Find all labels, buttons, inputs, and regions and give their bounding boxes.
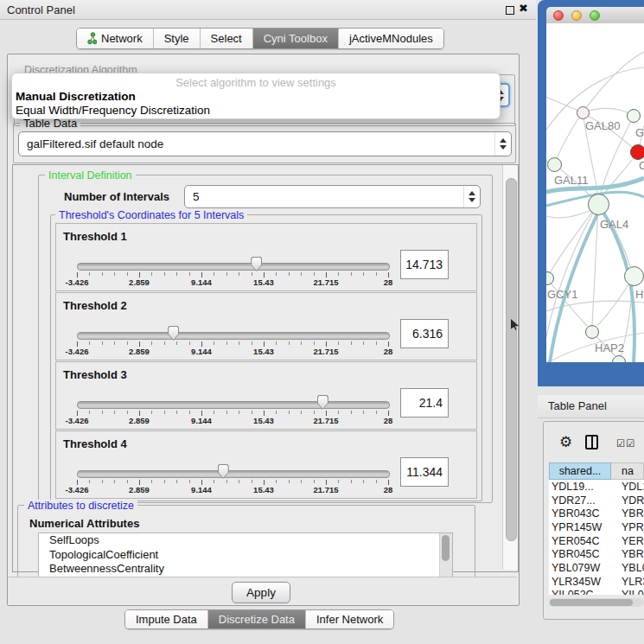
table-panel-titlebar: Table Panel: [538, 395, 644, 418]
slider-track[interactable]: [77, 401, 390, 409]
zoom-traffic-light-icon[interactable]: [590, 10, 600, 21]
settings-scrollbar[interactable]: [502, 165, 518, 570]
cell-shared-name[interactable]: YDR27...: [549, 494, 611, 507]
node-attribute-table[interactable]: shared... na YDL19...YDL1YDR27...YDR2YBR…: [549, 462, 644, 595]
slider-track[interactable]: [77, 470, 390, 478]
tab-impute-data[interactable]: Impute Data: [125, 610, 207, 628]
close-traffic-light-icon[interactable]: [553, 10, 564, 21]
scale-label: 2.859: [129, 347, 150, 356]
tick-mark: [276, 341, 277, 345]
close-icon[interactable]: ✖: [519, 2, 528, 15]
scrollbar-thumb[interactable]: [506, 178, 517, 541]
table-row[interactable]: YBR043CYBR0: [549, 507, 644, 520]
cell-name[interactable]: YDL1: [611, 481, 644, 493]
table-row[interactable]: YPR145WYPR1: [549, 520, 644, 534]
scrollbar-thumb[interactable]: [442, 535, 450, 561]
tab-jactivemnodules[interactable]: jActiveMNodules: [338, 29, 443, 48]
cell-name[interactable]: YBR0: [611, 507, 644, 520]
network-node-selected-red[interactable]: [630, 144, 644, 160]
network-node-gal11[interactable]: [547, 157, 562, 172]
threshold-value-field[interactable]: 6.316: [400, 319, 449, 348]
table-data-combobox[interactable]: galFiltered.sif default node: [18, 131, 512, 156]
cell-shared-name[interactable]: YBL079W: [549, 562, 611, 574]
column-header-shared-name[interactable]: shared...: [549, 462, 611, 480]
network-node-gal4[interactable]: [588, 194, 609, 215]
cell-shared-name[interactable]: YDL19...: [549, 481, 611, 493]
float-window-icon[interactable]: [506, 6, 514, 15]
cell-shared-name[interactable]: YBR043C: [549, 507, 611, 520]
tab-cyni-toolbox[interactable]: Cyni Toolbox: [252, 29, 338, 48]
tick-mark: [301, 272, 302, 276]
tab-label: Impute Data: [136, 613, 197, 626]
column-header-name[interactable]: na: [611, 462, 644, 480]
popup-option-manual-discretization[interactable]: Manual Discretization: [16, 90, 136, 103]
number-of-intervals-combobox[interactable]: 5: [184, 185, 481, 208]
table-row[interactable]: YDL19...YDL1: [549, 480, 644, 494]
tab-select[interactable]: Select: [200, 29, 252, 48]
scrollbar-thumb[interactable]: [550, 599, 633, 606]
network-node-hap2[interactable]: [585, 325, 599, 339]
popup-option-equal-width-frequency[interactable]: Equal Width/Frequency Discretization: [16, 104, 210, 117]
tab-style[interactable]: Style: [153, 29, 200, 48]
table-row[interactable]: YBL079WYBL0: [549, 561, 644, 575]
tick-mark: [289, 341, 290, 345]
table-header-row: shared... na: [549, 462, 644, 480]
slider-scale-labels: -3.4262.8599.14415.4321.71528: [77, 277, 388, 288]
cell-shared-name[interactable]: YBR045C: [549, 548, 611, 560]
tab-label: Network: [101, 32, 143, 45]
attribute-list-item[interactable]: BetweennessCentrality: [39, 562, 452, 577]
columns-icon[interactable]: [585, 435, 598, 450]
numerical-attributes-list[interactable]: SelfLoopsTopologicalCoefficientBetweenne…: [38, 532, 453, 578]
cell-name[interactable]: YLR3: [611, 576, 644, 588]
scale-label: 15.43: [253, 347, 274, 356]
cell-shared-name[interactable]: YIL052C: [549, 589, 611, 595]
table-row[interactable]: YBR045CYBR0: [549, 547, 644, 561]
cell-name[interactable]: YIL0: [611, 589, 644, 595]
cell-shared-name[interactable]: YPR145W: [549, 521, 611, 533]
threshold-value-field[interactable]: 14.713: [400, 250, 449, 279]
tick-mark: [114, 272, 115, 276]
attribute-list-item[interactable]: SelfLoops: [39, 533, 452, 548]
network-node-gal80[interactable]: [577, 106, 590, 119]
threshold-value-field[interactable]: 11.344: [400, 457, 449, 487]
cell-name[interactable]: YBL0: [611, 562, 644, 574]
attributes-scrollbar[interactable]: [439, 533, 452, 577]
table-row[interactable]: YER054CYER0: [549, 534, 644, 548]
table-panel-title: Table Panel: [548, 399, 607, 412]
attribute-list-item[interactable]: TopologicalCoefficient: [39, 548, 452, 563]
table-row[interactable]: YDR27...YDR2: [549, 494, 644, 507]
table-row[interactable]: YIL052CYIL0: [549, 589, 644, 596]
tab-network[interactable]: Network: [77, 29, 153, 48]
checkboxes-icon[interactable]: ☑☑: [616, 437, 636, 450]
tick-mark: [102, 341, 103, 345]
threshold-value-field[interactable]: 21.4: [400, 388, 449, 418]
network-node[interactable]: [627, 109, 641, 123]
node-label-gal4: GAL4: [600, 218, 628, 231]
tick-mark: [289, 480, 290, 483]
threshold-label: Threshold 4: [63, 437, 127, 450]
minimize-traffic-light-icon[interactable]: [571, 10, 582, 21]
tick-mark: [239, 480, 239, 483]
slider-track[interactable]: [77, 263, 390, 271]
tick-mark: [151, 341, 152, 345]
tab-infer-network[interactable]: Infer Network: [305, 610, 393, 628]
screen: Control Panel ✖ Network Style Select Cyn…: [0, 0, 644, 644]
algorithm-dropdown-popup: Select algorithm to view settings Manual…: [11, 73, 501, 119]
tick-mark: [151, 480, 152, 483]
scale-label: 21.715: [313, 416, 338, 425]
cell-name[interactable]: YPR1: [611, 521, 644, 533]
network-canvas[interactable]: GAL80 GA C GAL11 GAL4 GCY1 H HAP2: [546, 23, 644, 362]
cell-name[interactable]: YER0: [611, 535, 644, 547]
table-row[interactable]: YLR345WYLR3: [549, 575, 644, 589]
cell-name[interactable]: YBR0: [611, 548, 644, 560]
cell-name[interactable]: YDR2: [611, 494, 644, 507]
slider-track[interactable]: [77, 332, 390, 340]
tab-discretize-data[interactable]: Discretize Data: [207, 610, 305, 628]
cell-shared-name[interactable]: YER054C: [549, 535, 611, 547]
apply-button[interactable]: Apply: [232, 582, 290, 603]
table-hscrollbar[interactable]: [549, 598, 644, 607]
cell-shared-name[interactable]: YLR345W: [549, 576, 611, 588]
top-tab-bar: Network Style Select Cyni Toolbox jActiv…: [76, 28, 444, 49]
gear-icon[interactable]: ⚙: [559, 433, 572, 451]
network-node[interactable]: [624, 266, 644, 286]
